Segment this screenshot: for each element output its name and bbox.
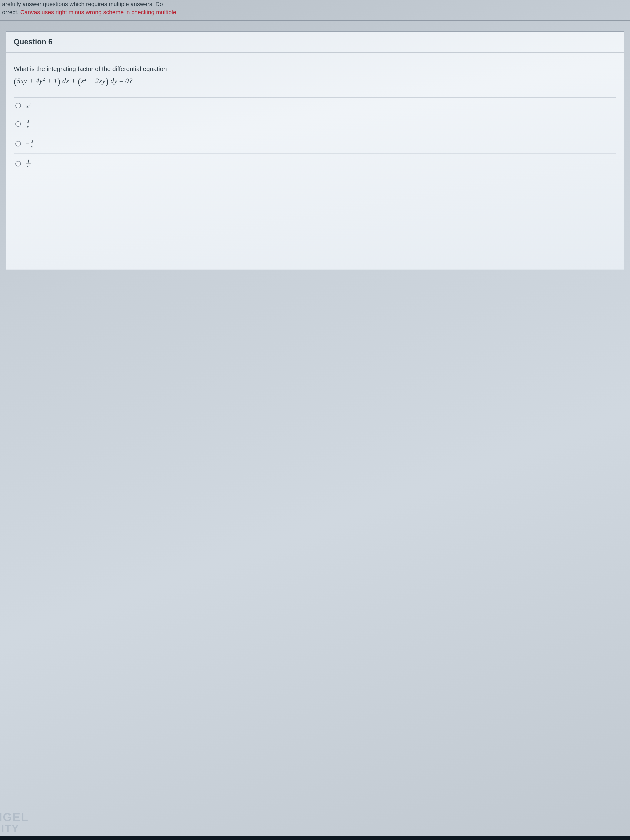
radio-icon[interactable] (16, 103, 21, 108)
instruction-line2-red: Canvas uses right minus wrong scheme in … (20, 9, 176, 16)
watermark: NGEL SITY (0, 811, 29, 834)
question-prompt: What is the integrating factor of the di… (14, 64, 616, 74)
answer-option-1[interactable]: x3 (14, 97, 616, 114)
answer-label-3: −3x (26, 139, 34, 149)
answer-label-4: 1x3 (26, 158, 31, 169)
instruction-line1: arefully answer questions which requires… (2, 1, 163, 7)
answer-label-1: x3 (26, 102, 30, 109)
answer-label-2: 3x (26, 119, 30, 129)
instruction-line2-black: orrect. (2, 9, 20, 16)
answer-option-4[interactable]: 1x3 (14, 153, 616, 174)
answer-option-3[interactable]: −3x (14, 134, 616, 153)
section-divider (0, 21, 630, 21)
radio-icon[interactable] (16, 121, 21, 127)
answer-list: x3 3x −3x 1x3 (14, 97, 616, 174)
bottom-bar (0, 836, 630, 840)
watermark-line2: SITY (0, 823, 29, 834)
question-body: What is the integrating factor of the di… (6, 52, 624, 269)
question-card: Question 6 What is the integrating facto… (6, 31, 624, 270)
answer-option-2[interactable]: 3x (14, 114, 616, 134)
radio-icon[interactable] (16, 141, 21, 147)
watermark-line1: NGEL (0, 811, 29, 823)
question-equation: (5xy + 4y2 + 1) dx + (x2 + 2xy) dy = 0? (14, 76, 616, 87)
radio-icon[interactable] (16, 161, 21, 166)
instruction-text: arefully answer questions which requires… (0, 0, 630, 21)
question-title: Question 6 (6, 32, 624, 52)
